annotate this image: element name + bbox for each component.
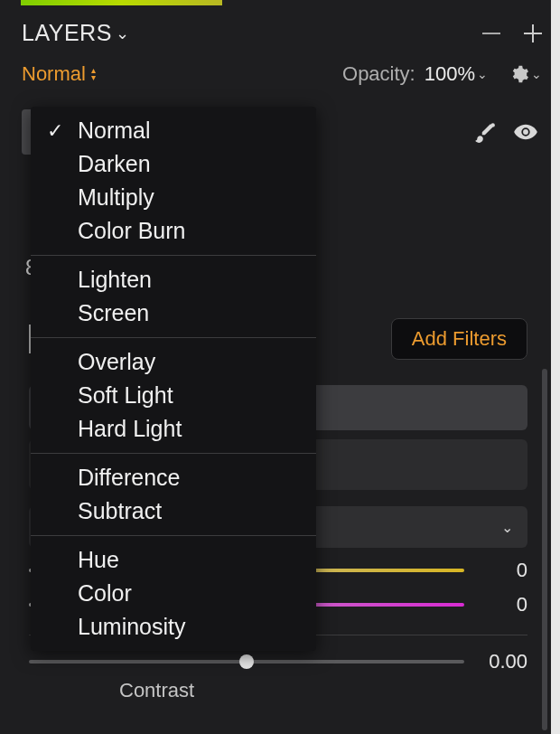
slider-value[interactable]: 0 [477, 559, 527, 582]
blend-mode-selector[interactable]: Normal ▴▾ [22, 62, 96, 86]
chevron-down-icon: ⌄ [531, 67, 542, 81]
blend-mode-option[interactable]: Subtract [31, 494, 316, 528]
add-filters-button[interactable]: Add Filters [391, 318, 527, 360]
gear-icon [509, 64, 529, 84]
separator [31, 337, 316, 338]
visibility-icon[interactable] [513, 119, 538, 145]
blend-mode-dropdown: ✓NormalDarkenMultiplyColor BurnLightenSc… [31, 107, 316, 651]
chevron-down-icon: ⌄ [477, 67, 488, 81]
option-label: Darken [78, 151, 151, 177]
blend-mode-option[interactable]: Darken [31, 147, 316, 181]
layer-settings-button[interactable]: ⌄ [509, 64, 542, 84]
top-bar [0, 0, 551, 5]
chevron-down-icon: ⌄ [501, 519, 513, 536]
slider-thumb[interactable] [239, 654, 254, 669]
blend-mode-row: Normal ▴▾ Opacity: 100% ⌄ ⌄ [0, 55, 560, 86]
option-label: Luminosity [78, 614, 186, 640]
opacity-label: Opacity: [342, 62, 415, 86]
blend-mode-option[interactable]: Luminosity [31, 610, 316, 644]
option-label: Soft Light [78, 382, 173, 409]
check-icon: ✓ [47, 119, 67, 143]
slider-value[interactable]: 0 [477, 593, 527, 616]
slider-row-contrast: Contrast [25, 679, 551, 708]
collapse-icon[interactable] [482, 33, 500, 34]
chevron-down-icon: ⌄ [116, 24, 130, 43]
separator [31, 535, 316, 536]
separator [31, 453, 316, 454]
option-label: Normal [78, 118, 151, 144]
up-down-icon: ▴▾ [91, 67, 96, 81]
blend-mode-option[interactable]: Hard Light [31, 412, 316, 446]
scrollbar[interactable] [542, 369, 547, 730]
option-label: Lighten [78, 267, 152, 293]
opacity-value[interactable]: 100% ⌄ [425, 62, 488, 86]
blend-mode-option[interactable]: Hue [31, 543, 316, 577]
blend-mode-current: Normal [22, 62, 86, 86]
blend-mode-option[interactable]: Lighten [31, 263, 316, 296]
panel-divider[interactable] [551, 0, 560, 734]
option-label: Multiply [78, 184, 154, 211]
option-label: Color Burn [78, 218, 186, 244]
tab-accent [21, 0, 222, 5]
separator [31, 255, 316, 256]
svg-point-0 [491, 123, 495, 127]
option-label: Hard Light [78, 416, 182, 442]
layers-panel-header: LAYERS ⌄ [0, 0, 560, 55]
option-label: Overlay [78, 349, 155, 375]
blend-mode-option[interactable]: Soft Light [31, 379, 316, 412]
blend-mode-option[interactable]: Multiply [31, 181, 316, 214]
blend-mode-option[interactable]: Color Burn [31, 214, 316, 248]
blend-mode-option[interactable]: Screen [31, 296, 316, 330]
add-layer-icon[interactable] [524, 24, 542, 42]
slider-value[interactable]: 0.00 [477, 650, 527, 673]
option-label: Difference [78, 465, 181, 491]
option-label: Subtract [78, 498, 162, 524]
option-label: Color [78, 580, 132, 607]
option-label: Hue [78, 547, 119, 573]
option-label: Screen [78, 300, 149, 326]
blend-mode-option[interactable]: Overlay [31, 345, 316, 379]
brush-icon[interactable] [473, 120, 497, 144]
blend-mode-option[interactable]: Color [31, 577, 316, 610]
panel-title-text: LAYERS [22, 20, 112, 46]
slider-track[interactable] [29, 660, 464, 663]
blend-mode-option[interactable]: ✓Normal [31, 114, 316, 147]
blend-mode-option[interactable]: Difference [31, 461, 316, 494]
slider-label: Contrast [119, 679, 194, 702]
layers-panel-title[interactable]: LAYERS ⌄ [22, 20, 129, 46]
